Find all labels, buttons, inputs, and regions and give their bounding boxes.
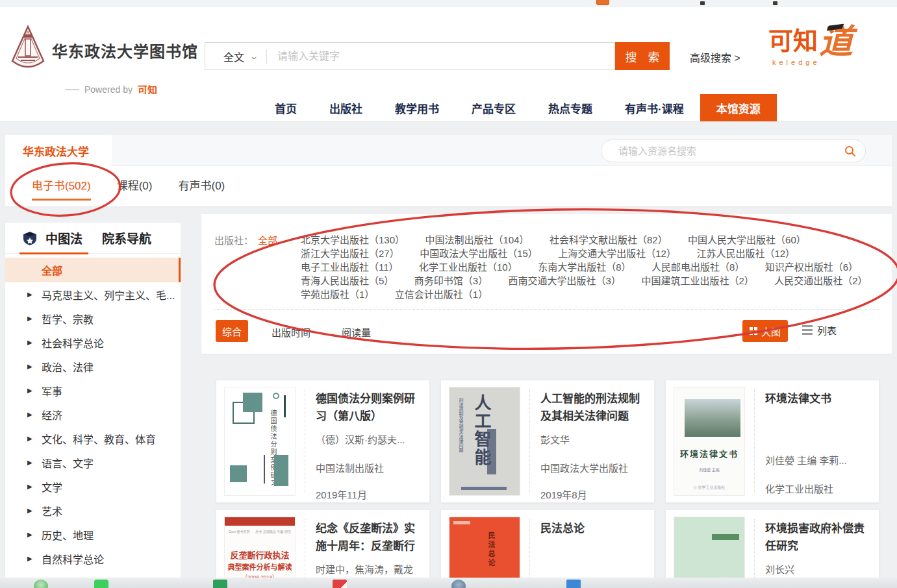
book-card[interactable]: 民法总论 李永军 著 民法总论 李永军 (440, 509, 655, 588)
nav-item-textbooks[interactable]: 教学用书 (379, 94, 455, 121)
sort-comprehensive-button[interactable]: 综合 (216, 320, 248, 342)
book-title: 环境法律文书 (765, 390, 871, 426)
category-item[interactable]: ▶马克思主义、列宁主义、毛... (5, 282, 181, 306)
browser-strip (0, 0, 897, 6)
book-cover: 德国债法分则案例研习 (224, 387, 296, 496)
book-card[interactable]: 德国债法分则案例研习 德国债法分则案例研习（第八版） （德）汉斯·约瑟夫... … (216, 380, 430, 503)
publisher-item[interactable]: 商务印书馆（3） (414, 274, 488, 288)
view-list-button[interactable]: 列表 (802, 323, 837, 337)
keledge-logo[interactable]: 可知 道 keledge (768, 26, 859, 78)
main-search-input[interactable] (267, 51, 614, 62)
nav-item-product-zone[interactable]: 产品专区 (455, 94, 532, 121)
browser-fragment-icon (773, 1, 777, 5)
book-card[interactable]: 环境法律文书 刘佳嫈 主编 ◎ 化学工业出版社 环境法律文书 刘佳嫈 主编 李莉… (665, 380, 879, 503)
publisher-item[interactable]: 学苑出版社（1） (301, 288, 374, 301)
publisher-item[interactable]: 西南交通大学出版社（3） (509, 274, 621, 288)
expand-arrow-icon: ▶ (27, 507, 32, 514)
book-cover: 刑法规制及其相关法律问题 人工智能 (449, 387, 520, 496)
org-tab[interactable]: 华东政法大学 (5, 135, 112, 166)
category-item[interactable]: ▶哲学、宗教 (5, 306, 181, 330)
sort-read-count[interactable]: 阅读量 (342, 325, 371, 339)
search-scope-select[interactable]: 全文 ⌄ (205, 49, 266, 64)
book-cover: 环境法律文书 刘佳嫈 主编 ◎ 化学工业出版社 (674, 387, 745, 496)
tab-courses[interactable]: 课程(0) (117, 177, 153, 201)
publisher-item[interactable]: 社会科学文献出版社（82） (550, 233, 668, 247)
book-publisher: 中国政法大学出版社 (540, 461, 646, 474)
org-tab-row: 华东政法大学 (5, 135, 892, 166)
book-info: 环境法律文书 刘佳嫈 主编 李莉... 化学工业出版社 2020年3月 (755, 387, 871, 496)
expand-arrow-icon: ▶ (27, 411, 32, 418)
taskbar-app-wechat-icon[interactable] (94, 580, 108, 588)
taskbar-app-window-icon[interactable] (566, 580, 581, 588)
expand-arrow-icon: ▶ (27, 291, 32, 298)
book-title: 德国债法分则案例研习（第八版） (316, 390, 422, 426)
expand-arrow-icon: ▶ (27, 339, 32, 346)
taskbar-app-blue-circle-icon[interactable] (451, 580, 466, 588)
publisher-item[interactable]: 上海交通大学出版社（12） (558, 247, 676, 260)
nav-item-hot-topics[interactable]: 热点专题 (532, 94, 609, 121)
book-card[interactable]: 刑法规制及其相关法律问题 人工智能 人工智能的刑法规制及其相关法律问题 彭文华 … (440, 380, 655, 503)
search-button[interactable]: 搜 索 (615, 42, 670, 70)
tab-audiobooks[interactable]: 有声书(0) (178, 177, 225, 201)
publisher-item[interactable]: 青海人民出版社（5） (301, 274, 394, 288)
publisher-item[interactable]: 中国人民大学出版社（60） (688, 233, 806, 247)
library-title: 华东政法大学图书馆 (52, 39, 198, 62)
publisher-item[interactable]: 北京大学出版社（130） (301, 233, 405, 247)
publisher-item[interactable]: 人民交通出版社（2） (774, 274, 867, 288)
expand-arrow-icon: ▶ (27, 435, 32, 442)
category-item[interactable]: ▶政治、法律 (5, 354, 181, 378)
sort-publish-date[interactable]: 出版时间 (272, 325, 310, 339)
bookmark-favicon-icon[interactable] (596, 0, 609, 5)
book-card[interactable]: H 环境损害 政府补偿责任研究 环境损害政府补偿责任研究 刘长兴 (665, 509, 879, 588)
category-item[interactable]: ▶语言、文字 (5, 450, 181, 474)
book-publisher: 化学工业出版社 (765, 482, 871, 495)
book-date: 2019年11月 (316, 487, 422, 501)
taskbar-app-red-icon[interactable] (333, 580, 347, 588)
category-item[interactable]: ▶经济 (5, 402, 181, 426)
sidebar-tab-departments[interactable]: 院系导航 (102, 229, 151, 247)
view-grid-button[interactable]: 大图 (742, 320, 788, 342)
category-item[interactable]: ▶自然科学总论 (5, 546, 181, 570)
tab-ebooks[interactable]: 电子书(502) (32, 177, 91, 201)
publisher-item[interactable]: 江苏人民出版社（12） (696, 247, 795, 260)
category-sidebar: 中图法 院系导航 全部 ▶马克思主义、列宁主义、毛... ▶哲学、宗教 ▶社会科… (5, 223, 181, 588)
expand-arrow-icon: ▶ (27, 459, 32, 466)
category-item[interactable]: ▶文化、科学、教育、体育 (5, 426, 181, 450)
dao-swoosh-glyph: 道 (819, 26, 853, 58)
advanced-search-link[interactable]: 高级搜索 > (690, 49, 740, 65)
publisher-list: 北京大学出版社（130） 中国法制出版社（104） 社会科学文献出版社（82） … (301, 233, 879, 301)
nav-item-local-resources[interactable]: 本馆资源 (700, 94, 777, 121)
publisher-item[interactable]: 人民邮电出版社（8） (651, 260, 744, 274)
category-item[interactable]: ▶艺术 (5, 498, 181, 522)
publisher-item[interactable]: 浙江大学出版社（27） (301, 247, 399, 260)
book-card[interactable]: Cxxx 图书系列丛书·法律精品·专著·研究 反垄断行政执法 典型案件分析与解读… (216, 509, 430, 588)
search-icon[interactable] (844, 145, 856, 157)
resource-search-input[interactable] (618, 145, 844, 156)
publisher-item[interactable]: 立信会计出版社（1） (395, 288, 488, 301)
nav-item-publishers[interactable]: 出版社 (313, 94, 379, 121)
publisher-item[interactable]: 中国政法大学出版社（15） (420, 247, 538, 260)
book-author: 彭文华 (540, 432, 646, 446)
category-item[interactable]: ▶社会科学总论 (5, 330, 181, 354)
publisher-item[interactable]: 东南大学出版社（8） (538, 260, 631, 274)
publisher-item[interactable]: 化学工业出版社（10） (419, 260, 518, 274)
category-item[interactable]: ▶军事 (5, 378, 181, 402)
publisher-item[interactable]: 知识产权出版社（6） (765, 260, 858, 274)
nav-item-home[interactable]: 首页 (259, 94, 313, 121)
book-publisher: 中国法制出版社 (316, 461, 422, 474)
book-title: 民法总论 (540, 520, 646, 556)
filter-panel: 出版社： 全部 北京大学出版社（130） 中国法制出版社（104） 社会科学文献… (201, 214, 892, 354)
publisher-item[interactable]: 中国建筑工业出版社（2） (641, 274, 753, 288)
category-item[interactable]: ▶历史、地理 (5, 522, 181, 546)
site-header: 华东政法大学图书馆 Powered by 可知 全文 ⌄ 搜 索 高级搜索 > … (0, 6, 897, 94)
taskbar-app-excel-icon[interactable] (213, 580, 227, 588)
nav-item-audiobooks-courses[interactable]: 有声书·课程 (609, 94, 700, 121)
sidebar-tab-clc[interactable]: 中图法 (45, 229, 82, 247)
book-info: 德国债法分则案例研习（第八版） （德）汉斯·约瑟夫... 中国法制出版社 201… (305, 387, 422, 496)
category-item[interactable]: ▶文学 (5, 474, 181, 498)
category-item-all[interactable]: 全部 (5, 258, 181, 282)
taskbar-app-green-circle-icon[interactable] (34, 580, 48, 588)
publisher-item[interactable]: 电子工业出版社（11） (301, 260, 399, 274)
publisher-filter-all[interactable]: 全部 (258, 233, 277, 247)
publisher-item[interactable]: 中国法制出版社（104） (425, 233, 529, 247)
